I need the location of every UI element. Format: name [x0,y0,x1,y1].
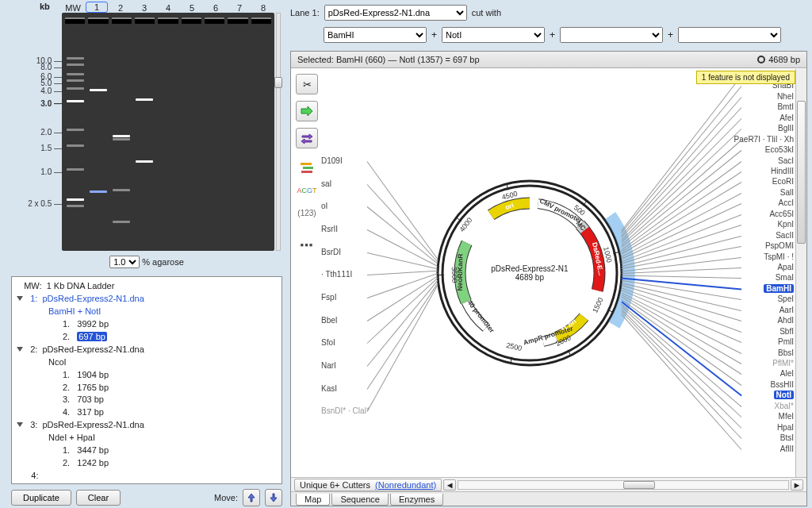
enzyme-site-label[interactable]: oI [321,202,327,210]
cutter-group[interactable]: Unique 6+ Cutters (Nonredundant) [294,479,442,491]
gel-zoom-slider[interactable] [276,13,281,251]
enzyme-site-label[interactable]: AleI [780,369,794,378]
scroll-left[interactable]: ◄ [443,479,456,491]
duplicate-button[interactable]: Duplicate [11,490,71,506]
agarose-select[interactable]: 0.50.71.01.21.52.0 [109,256,140,268]
enzyme-site-label[interactable]: BsrDI [321,248,341,256]
enzyme-select-1[interactable]: BamHINotINcoINdeIHpaIEcoRIHindIII [324,27,427,43]
enzyme-site-label[interactable]: · Tth111I [321,270,352,279]
enzyme-site-label[interactable]: RsrII [321,225,338,233]
lane-header-3[interactable]: 3 [133,3,155,13]
enzyme-site-label[interactable]: TspMI · ! [764,252,794,261]
enzyme-site-label[interactable]: PaeR7I · TliI · Xh [734,135,794,144]
nonredundant-link[interactable]: (Nonredundant) [375,480,436,490]
enzyme-site-label[interactable]: KasI [321,384,337,393]
acgt-tool[interactable]: ACGT [296,180,318,201]
swap-tool[interactable] [296,128,318,148]
enzyme-site-label[interactable]: AhdI [777,316,794,325]
enzyme-site-label[interactable]: HindIII [771,167,794,175]
fragment-row[interactable]: 2. 1765 bp [17,382,277,394]
more-tools[interactable]: ▪▪▪ [296,234,318,255]
enzyme-select-3[interactable]: BamHINotINcoINdeIHpaIEcoRIHindIII [560,27,663,43]
enzyme-site-label[interactable]: XbaI* [775,402,794,410]
lane-header-4[interactable]: 4 [157,3,179,13]
enzyme-site-label[interactable]: BbsI [778,348,794,357]
enzyme-select-2[interactable]: BamHINotINcoINdeIHpaIEcoRIHindIII [442,27,545,43]
enzyme-site-label[interactable]: saI [321,179,331,188]
lane-header-6[interactable]: 6 [205,3,227,13]
enzyme-site-label[interactable]: AfeI [779,114,794,122]
fragment-row[interactable]: 4. 317 bp [17,406,277,419]
lane-header-1[interactable]: 1 [86,2,108,13]
enzyme-site-label[interactable]: EcoRI [772,177,794,186]
enzyme-site-label[interactable]: SacII [776,231,794,240]
enzyme-site-label[interactable]: BglII [778,124,794,133]
lane-header-7[interactable]: 7 [228,3,251,13]
enzyme-site-label[interactable]: NarI [321,361,336,370]
hscroll-thumb[interactable] [623,481,655,489]
lanes-list[interactable]: MW: 1 Kb DNA Ladder 1: pDsRed-Express2-N… [11,276,282,484]
view-tab-enzymes[interactable]: Enzymes [390,494,443,506]
clear-button[interactable]: Clear [76,490,121,506]
lane-row[interactable]: 1: pDsRed-Express2-N1.dna [17,293,277,306]
enzyme-site-label[interactable]: SmaI [776,273,794,282]
features-tool[interactable] [296,158,318,179]
enzyme-site-label[interactable]: HpaI [777,423,794,432]
fragment-row[interactable]: 2. 1242 bp [17,457,277,470]
enzyme-site-label[interactable]: AccI [779,198,794,207]
lane-row[interactable]: 3: pDsRed-Express2-N1.dna [17,419,277,432]
enzyme-site-label[interactable]: SbfI [779,327,794,336]
enzyme-site-label[interactable]: SacI [778,156,794,165]
enzyme-site-label[interactable]: Acc65I [769,210,794,218]
map-stage[interactable]: oriCMV promoterMCSDsRed-E...f1 oriAmpR p… [320,69,797,477]
gel-image[interactable] [62,13,274,251]
lane-header-2[interactable]: 2 [109,3,132,13]
enzyme-site-label[interactable]: BamHI [764,284,794,293]
lane-header-8[interactable]: 8 [252,3,274,13]
map-vscroll[interactable] [795,69,806,477]
enzyme-site-label[interactable]: SalI [780,188,794,197]
enzyme-site-label[interactable]: KpnI [777,220,794,229]
map-hscroll[interactable] [458,480,789,490]
enzyme-site-label[interactable]: MfeI [779,412,794,421]
svg-text:2500: 2500 [505,341,523,352]
enzyme-site-label[interactable]: Eco53kI [765,145,794,154]
enzyme-site-label[interactable]: BsnDI* · ClaI* [321,406,370,415]
lane-row[interactable]: 4: [17,470,277,483]
enzyme-site-label[interactable]: SfoI [321,338,335,347]
enzyme-site-label[interactable]: ApaI [777,263,794,271]
enzyme-select-4[interactable]: BamHINotINcoINdeIHpaIEcoRIHindIII [678,27,781,43]
view-tab-map[interactable]: Map [296,494,330,506]
move-down-button[interactable] [265,489,282,506]
fragment-row[interactable]: 1. 3447 bp [17,444,277,457]
enzyme-site-label[interactable]: AarI [779,306,794,314]
enzyme-site-label[interactable]: PflMI* [772,359,794,368]
enzyme-site-label[interactable]: SpeI [777,294,794,303]
fragment-row[interactable]: 2. 697 bp [17,331,277,344]
enzyme-site-label[interactable]: BssHII [771,380,794,389]
fragment-row[interactable]: 1. 3992 bp [17,318,277,331]
enzyme-site-label[interactable]: NotI [774,391,794,399]
fragment-row[interactable]: 3. 703 bp [17,394,277,406]
enzyme-site-label[interactable]: BbeI [321,316,338,325]
feature-warning[interactable]: 1 feature is not displayed [696,71,795,84]
enzyme-site-label[interactable]: FspI [321,293,336,302]
slider-thumb[interactable] [274,77,282,88]
move-up-button[interactable] [243,489,260,506]
enzyme-site-label[interactable]: AflII [780,444,794,453]
scroll-right[interactable]: ► [791,479,803,491]
insert-tool[interactable] [296,101,318,121]
enzyme-site-label[interactable]: BmtI [777,102,794,111]
lane-row[interactable]: 2: pDsRed-Express2-N1.dna [17,344,277,356]
enzyme-site-label[interactable]: NheI [777,92,794,101]
cut-tool[interactable]: ✂ [296,74,318,94]
enzyme-site-label[interactable]: PspOMI [765,241,794,250]
lane-header-5[interactable]: 5 [181,3,203,13]
fragment-row[interactable]: 1. 1904 bp [17,369,277,382]
enzyme-site-label[interactable]: PmlI [778,337,794,346]
lane-file-select[interactable]: pDsRed-Express2-N1.dna [324,5,467,21]
vscroll-thumb[interactable] [797,101,806,244]
enzyme-site-label[interactable]: BtsI [780,433,794,442]
enzyme-site-label[interactable]: D109I [321,156,343,165]
view-tab-sequence[interactable]: Sequence [331,494,389,506]
